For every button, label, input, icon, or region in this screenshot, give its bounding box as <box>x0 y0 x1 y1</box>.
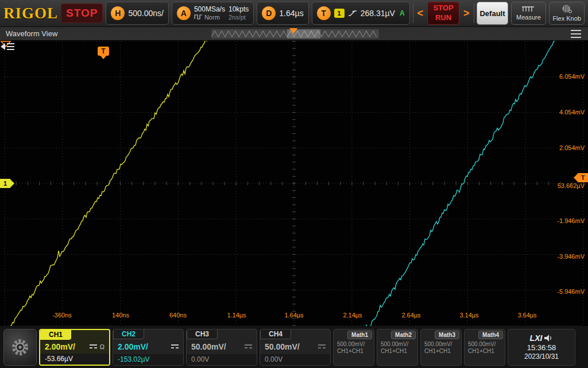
scale-label: -1.946mV <box>557 217 585 225</box>
ch3-scale: 50.00mV/ <box>191 342 226 351</box>
memory-depth: 10kpts <box>229 6 249 14</box>
sample-resolution: 2ns/pt <box>229 14 249 21</box>
stop-run-button[interactable]: STOP RUN <box>427 2 459 25</box>
math2-tab[interactable]: Math2 <box>391 331 416 339</box>
trigger-source-badge: 1 <box>334 9 345 18</box>
system-status-panel[interactable]: LXI 15:36:58 2023/10/31 <box>508 329 575 366</box>
ch1-tab[interactable]: CH1 <box>40 330 71 340</box>
waveform-view-bar: Waveform View <box>0 27 588 41</box>
waveform-display[interactable]: T 1 T 6.054mV 4.054mV 2.054mV 53.662µV -… <box>0 41 588 326</box>
math3-tab[interactable]: Math3 <box>435 331 459 339</box>
flex-knob-icon <box>562 5 572 13</box>
horizontal-timebase-button[interactable]: H 500.00ns/ <box>106 2 169 25</box>
scale-label: 53.662µV <box>558 182 585 190</box>
scale-label: 4.054mV <box>559 109 585 117</box>
math1-panel[interactable]: Math1 500.00mV/ CH1+CH1 <box>333 329 374 366</box>
ch4-scale: 50.00mV/ <box>265 342 300 351</box>
collapse-menu-icon[interactable] <box>0 41 16 52</box>
header-divider <box>474 3 474 23</box>
dc-coupling-icon <box>171 344 179 348</box>
math1-expression: CH1+CH1 <box>334 347 374 355</box>
scale-label: 2.054mV <box>559 144 585 152</box>
math3-scale: 500.00mV/ <box>421 340 461 347</box>
dc-coupling-icon <box>90 344 97 348</box>
header-divider <box>413 3 413 23</box>
scale-label: -5.946mV <box>557 288 585 296</box>
default-button[interactable]: Default <box>477 2 508 25</box>
lxi-label: LXI <box>530 334 543 343</box>
measure-comb-icon <box>521 6 535 12</box>
gear-icon <box>10 338 30 357</box>
ch1-scale: 2.00mV/ <box>45 342 75 351</box>
rising-edge-icon <box>348 9 357 17</box>
t-badge-icon: T <box>317 6 331 20</box>
ch2-offset: -153.02µV <box>113 354 183 365</box>
channel-status-bar: CH1 2.00mV/ Ω -53.66µV CH2 2.00mV/ -153.… <box>0 326 588 368</box>
hamburger-menu-icon[interactable] <box>571 30 581 38</box>
trigger-time-flag[interactable]: T <box>98 47 109 56</box>
trigger-position-marker-icon[interactable] <box>289 28 297 34</box>
trigger-status: A <box>400 9 405 17</box>
run-state-indicator: STOP <box>61 3 103 23</box>
sample-rate: 500MSa/s <box>194 6 225 14</box>
time-label: 1.64µs <box>271 312 317 319</box>
time-label: 640ns <box>155 312 201 319</box>
view-title: Waveform View <box>6 29 57 38</box>
clock: 15:36:58 <box>527 343 556 352</box>
ch1-panel[interactable]: CH1 2.00mV/ Ω -53.66µV <box>39 329 110 366</box>
time-label: 2.64µs <box>388 312 434 319</box>
a-badge-icon: A <box>177 6 191 20</box>
math2-panel[interactable]: Math2 500.00mV/ CH1+CH1 <box>377 329 418 366</box>
trigger-level-marker[interactable]: T <box>578 173 588 182</box>
speaker-icon <box>544 335 553 342</box>
ch2-scale: 2.00mV/ <box>118 342 148 351</box>
ch3-panel[interactable]: CH3 50.00mV/ 0.00V <box>186 329 257 366</box>
timebase-value: 500.00ns/ <box>128 9 164 18</box>
ch3-offset: 0.00V <box>187 354 257 365</box>
math4-expression: CH1+CH1 <box>465 347 505 355</box>
measure-button[interactable]: Measure <box>511 2 547 25</box>
prev-page-button[interactable]: < <box>416 8 425 18</box>
math2-scale: 500.00mV/ <box>377 340 417 347</box>
h-badge-icon: H <box>111 6 125 20</box>
rigol-logo: RIGOL <box>3 5 58 22</box>
delay-button[interactable]: D 1.64µs <box>257 2 308 25</box>
ch1-offset: -53.66µV <box>40 354 109 365</box>
ch1-offset-marker[interactable]: 1 <box>0 179 10 188</box>
time-label: -360ns <box>39 312 85 319</box>
math4-tab[interactable]: Math4 <box>478 331 503 339</box>
dc-coupling-icon <box>245 344 252 348</box>
date: 2023/10/31 <box>524 352 559 361</box>
time-label: 140ns <box>98 312 144 319</box>
math3-expression: CH1+CH1 <box>421 347 461 355</box>
oscilloscope-screen: RIGOL STOP H 500.00ns/ A 500MSa/s Norm 1… <box>0 0 588 368</box>
time-label: 1.14µs <box>214 312 260 319</box>
ch3-tab[interactable]: CH3 <box>187 329 218 339</box>
acquire-mode: Norm <box>204 14 220 21</box>
delay-value: 1.64µs <box>279 9 303 18</box>
top-status-bar: RIGOL STOP H 500.00ns/ A 500MSa/s Norm 1… <box>0 0 588 27</box>
math4-scale: 500.00mV/ <box>465 340 505 347</box>
dc-coupling-icon <box>318 344 326 348</box>
waveform-overview-strip[interactable] <box>211 29 379 39</box>
scale-label: -3.946mV <box>557 253 585 261</box>
ch4-panel[interactable]: CH4 50.00mV/ 0.00V <box>260 329 331 366</box>
math3-panel[interactable]: Math3 500.00mV/ CH1+CH1 <box>420 329 462 366</box>
math2-expression: CH1+CH1 <box>377 347 417 355</box>
settings-knob-button[interactable] <box>3 329 37 366</box>
trigger-level-value: 268.31µV <box>361 9 395 18</box>
acquisition-button[interactable]: A 500MSa/s Norm 10kpts 2ns/pt <box>172 2 254 25</box>
scale-label: 6.054mV <box>559 73 585 81</box>
d-badge-icon: D <box>262 6 276 20</box>
trigger-button[interactable]: T 1 268.31µV A <box>312 2 410 25</box>
square-wave-icon <box>194 14 203 20</box>
math4-panel[interactable]: Math4 500.00mV/ CH1+CH1 <box>464 329 505 366</box>
math1-tab[interactable]: Math1 <box>347 331 372 339</box>
ch2-panel[interactable]: CH2 2.00mV/ -153.02µV <box>113 329 184 366</box>
waveform-plot <box>0 41 588 326</box>
next-page-button[interactable]: > <box>462 8 471 18</box>
ch4-tab[interactable]: CH4 <box>260 329 291 339</box>
ch2-tab[interactable]: CH2 <box>113 329 144 339</box>
flex-knob-button[interactable]: Flex Knob <box>549 2 585 25</box>
time-label: 3.64µs <box>504 312 550 319</box>
